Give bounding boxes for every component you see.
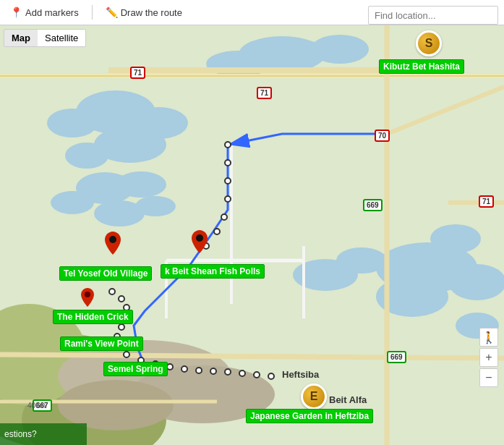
svg-point-46 bbox=[214, 229, 220, 234]
kibutz-place-icon: S bbox=[416, 30, 442, 56]
svg-point-54 bbox=[210, 368, 216, 374]
bottom-bar-text: estions? bbox=[4, 429, 37, 439]
hidden-crick-marker bbox=[81, 288, 94, 310]
add-markers-button[interactable]: 📍 Add markers bbox=[6, 4, 83, 21]
japanese-garden-label: Japanese Garden in Heftziba bbox=[246, 409, 373, 423]
map-container: 📍 Add markers ✏️ Draw the route Map Sate… bbox=[0, 0, 504, 445]
pencil-icon: ✏️ bbox=[106, 7, 118, 18]
semel-spring-label: Semel Spring bbox=[103, 362, 168, 376]
ramis-view-label: Rami's View Point bbox=[60, 336, 143, 351]
svg-point-43 bbox=[225, 178, 231, 184]
add-markers-label: Add markers bbox=[25, 7, 79, 18]
road-badge-71c: 71 bbox=[479, 195, 494, 208]
svg-point-23 bbox=[430, 224, 481, 253]
nav-controls: 🚶 + − bbox=[479, 328, 498, 387]
altitude-marker: 400m bbox=[27, 402, 46, 410]
hidden-crick-label: The Hidden Crick bbox=[53, 310, 133, 324]
beit-alfa-place-icon: E bbox=[301, 383, 327, 410]
beit-alfa-icon-letter: E bbox=[310, 390, 318, 403]
beit-shean-marker bbox=[192, 230, 208, 256]
tab-map[interactable]: Map bbox=[4, 30, 38, 46]
svg-point-56 bbox=[239, 370, 245, 376]
svg-point-8 bbox=[311, 35, 369, 64]
svg-point-44 bbox=[225, 196, 231, 202]
svg-point-16 bbox=[116, 171, 166, 198]
kibutz-label: Kibutz Bet Hashita bbox=[379, 59, 464, 74]
road-badge-71a: 71 bbox=[130, 67, 145, 79]
svg-point-17 bbox=[51, 191, 94, 214]
zoom-in-button[interactable]: + bbox=[479, 348, 498, 367]
road-badge-669b: 669 bbox=[387, 351, 406, 363]
svg-point-42 bbox=[225, 160, 231, 166]
svg-point-41 bbox=[225, 142, 231, 148]
draw-route-label: Draw the route bbox=[121, 7, 182, 18]
tab-satellite[interactable]: Satellite bbox=[38, 30, 85, 46]
beit-shean-label: k Beit Shean Fish Polls bbox=[161, 264, 265, 279]
zoom-out-button[interactable]: − bbox=[479, 368, 498, 387]
svg-point-66 bbox=[109, 236, 116, 243]
person-nav-icon[interactable]: 🚶 bbox=[479, 328, 498, 347]
svg-point-59 bbox=[109, 289, 115, 294]
svg-point-55 bbox=[225, 369, 231, 375]
svg-point-21 bbox=[448, 264, 504, 300]
svg-point-51 bbox=[167, 364, 173, 370]
svg-point-60 bbox=[119, 296, 124, 302]
map-pin-icon: 📍 bbox=[10, 7, 22, 18]
heftsiba-label: Heftsiba bbox=[282, 369, 319, 380]
svg-point-53 bbox=[196, 368, 202, 373]
svg-point-19 bbox=[135, 196, 176, 216]
bottom-bar: estions? bbox=[0, 423, 87, 445]
svg-point-57 bbox=[254, 372, 260, 378]
road-badge-70: 70 bbox=[375, 130, 390, 142]
svg-line-33 bbox=[0, 355, 504, 358]
map-type-tabs: Map Satellite bbox=[4, 29, 86, 47]
svg-point-58 bbox=[268, 373, 274, 379]
svg-point-45 bbox=[221, 214, 227, 220]
svg-point-14 bbox=[65, 143, 108, 169]
tel-yosef-marker bbox=[105, 232, 121, 258]
svg-point-12 bbox=[47, 109, 98, 137]
road-badge-71b: 71 bbox=[257, 87, 272, 99]
beit-alfa-label: Beit Alfa bbox=[329, 394, 367, 405]
svg-point-67 bbox=[196, 234, 203, 242]
tel-yosef-label: Tel Yosef Old Village bbox=[59, 266, 152, 281]
kibutz-icon-letter: S bbox=[425, 37, 433, 50]
svg-point-63 bbox=[119, 324, 124, 330]
svg-point-52 bbox=[181, 366, 187, 372]
toolbar-divider bbox=[92, 5, 93, 20]
search-input[interactable] bbox=[368, 6, 498, 25]
road-badge-669a: 669 bbox=[363, 199, 383, 211]
svg-point-48 bbox=[124, 352, 129, 357]
draw-route-button[interactable]: ✏️ Draw the route bbox=[101, 4, 187, 21]
svg-point-68 bbox=[85, 292, 90, 297]
svg-point-26 bbox=[336, 247, 387, 274]
search-box bbox=[368, 6, 498, 25]
